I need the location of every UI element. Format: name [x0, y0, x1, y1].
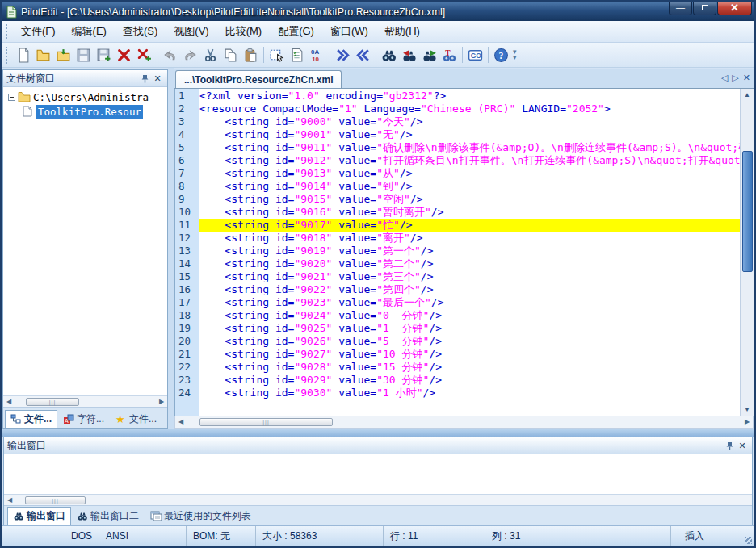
output-content[interactable]	[4, 454, 752, 494]
menu-compare[interactable]: 比较(M)	[217, 22, 271, 41]
find-next-icon[interactable]	[419, 45, 439, 65]
code-line-9[interactable]: <string id="9015" value="空闲"/>	[200, 193, 740, 206]
code-line-5[interactable]: <string id="9011" value="确认删除\n删除该事件(&am…	[200, 141, 740, 154]
menu-search[interactable]: 查找(S)	[115, 22, 166, 41]
code-line-19[interactable]: <string id="9025" value="1 分钟"/>	[200, 322, 740, 335]
menu-file[interactable]: 文件(F)	[13, 22, 64, 41]
open-folder-icon[interactable]	[33, 45, 53, 65]
close-button[interactable]: ✕	[717, 0, 752, 15]
tree-node-label[interactable]: C:\Users\Administra	[33, 91, 149, 103]
toolbar-overflow-icon[interactable]: ▾▾	[513, 49, 521, 61]
code-line-17[interactable]: <string id="9023" value="最后一个"/>	[200, 296, 740, 309]
hscroll-thumb[interactable]	[25, 496, 86, 504]
hscroll-thumb[interactable]	[26, 398, 79, 406]
horizontal-splitter[interactable]	[2, 429, 754, 437]
save-icon[interactable]	[74, 45, 94, 65]
code-line-3[interactable]: <string id="9000" value="今天"/>	[200, 115, 740, 128]
code-line-18[interactable]: <string id="9024" value="0 分钟"/>	[200, 309, 740, 322]
tab-scroll-right-icon[interactable]: ▷	[732, 73, 738, 82]
output-hscrollbar[interactable]: ◀	[4, 494, 752, 505]
tab-scroll-left-icon[interactable]: ◁	[721, 73, 728, 82]
help-icon[interactable]: ?	[491, 45, 511, 65]
menu-edit[interactable]: 编辑(E)	[64, 22, 115, 41]
scroll-down-icon[interactable]: ▼	[741, 404, 754, 416]
code-line-11-current[interactable]: <string id="9017" value="忙"/>	[200, 219, 740, 232]
scroll-right-icon[interactable]: ▶	[156, 397, 167, 407]
vertical-splitter[interactable]	[168, 68, 174, 429]
code-line-7[interactable]: <string id="9013" value="从"/>	[200, 167, 740, 180]
scroll-right-icon[interactable]: ▶	[741, 417, 753, 427]
maximize-button[interactable]	[693, 0, 716, 15]
code-line-20[interactable]: <string id="9026" value="5 分钟"/>	[200, 335, 740, 348]
open-folder-plus-icon[interactable]	[53, 45, 74, 65]
tab-output-window[interactable]: 输出窗口	[7, 507, 71, 525]
tree-node-folder[interactable]: C:\Users\Administra	[3, 90, 167, 104]
scroll-left-icon[interactable]: ◀	[175, 417, 187, 427]
pin-icon[interactable]	[723, 440, 736, 452]
scroll-left-icon[interactable]: ◀	[3, 397, 15, 407]
file-tree-hscrollbar[interactable]: ◀ ▶	[3, 395, 167, 407]
copy-icon[interactable]	[220, 45, 241, 65]
find-previous-icon[interactable]	[399, 45, 419, 65]
title-bar[interactable]: PilotEdit - [C:\Users\Administrator\Desk…	[2, 2, 754, 21]
code-line-24[interactable]: <string id="9030" value="1 小时"/>	[200, 387, 740, 399]
tab-file-tree[interactable]: 文件...	[5, 410, 57, 428]
resize-grip[interactable]	[741, 526, 754, 546]
code-line-21[interactable]: <string id="9027" value="10 分钟"/>	[200, 348, 740, 361]
editor-vscrollbar[interactable]: ▲ ▼	[740, 89, 754, 416]
column-select-icon[interactable]	[267, 45, 287, 65]
code-line-2[interactable]: <resource CompactMode="1" Language="Chin…	[200, 102, 740, 115]
editor-hscrollbar[interactable]: ◀ ▶	[174, 416, 754, 429]
tab-recent-file-list[interactable]: 最近使用的文件列表	[145, 507, 257, 525]
close-panel-icon[interactable]: ✕	[151, 73, 164, 85]
status-line: 行 : 11	[384, 526, 485, 546]
menu-view[interactable]: 视图(V)	[166, 22, 216, 41]
save-as-icon[interactable]	[94, 45, 114, 65]
tab-close-icon[interactable]: ✕	[743, 73, 750, 82]
tab-output-window-2[interactable]: 输出窗口二	[71, 507, 145, 525]
code-line-10[interactable]: <string id="9016" value="暂时离开"/>	[200, 206, 740, 219]
menu-window[interactable]: 窗口(W)	[322, 22, 376, 41]
code-line-14[interactable]: <string id="9020" value="第二个"/>	[200, 257, 740, 270]
close-file-icon[interactable]	[114, 45, 134, 65]
menu-config[interactable]: 配置(G)	[270, 22, 322, 41]
code-line-1[interactable]: <?xml version="1.0" encoding="gb2312"?>	[200, 90, 740, 102]
collapse-icon[interactable]	[8, 94, 15, 101]
hscroll-thumb[interactable]	[200, 418, 333, 426]
code-line-8[interactable]: <string id="9014" value="到"/>	[200, 180, 740, 193]
vscroll-thumb[interactable]	[742, 151, 753, 272]
code-line-16[interactable]: <string id="9022" value="第四个"/>	[200, 283, 740, 296]
find-icon[interactable]	[379, 45, 399, 65]
next-chevrons-icon[interactable]	[333, 45, 353, 65]
document-tab[interactable]: ...\ToolkitPro.ResourceZhCn.xml	[175, 70, 342, 88]
code-line-6[interactable]: <string id="9012" value="打开循环条目\n打开事件。\n…	[200, 154, 740, 167]
code-lines[interactable]: <?xml version="1.0" encoding="gb2312"?><…	[200, 89, 740, 416]
menu-help[interactable]: 帮助(H)	[376, 22, 428, 41]
goto-icon[interactable]: GO	[465, 45, 485, 65]
code-line-13[interactable]: <string id="9019" value="第一个"/>	[200, 245, 740, 257]
paste-icon[interactable]	[241, 45, 261, 65]
minimize-button[interactable]: —	[669, 0, 692, 15]
pin-icon[interactable]	[138, 73, 151, 85]
tree-node-file[interactable]: ToolkitPro.Resour	[3, 104, 167, 119]
tree-node-label-selected[interactable]: ToolkitPro.Resour	[36, 105, 143, 119]
code-line-12[interactable]: <string id="9018" value="离开"/>	[200, 232, 740, 245]
code-line-23[interactable]: <string id="9029" value="30 分钟"/>	[200, 374, 740, 387]
find-in-files-icon[interactable]: T	[439, 45, 460, 65]
prev-chevrons-icon[interactable]	[353, 45, 373, 65]
undo-icon[interactable]	[160, 45, 180, 65]
redo-icon[interactable]	[180, 45, 200, 65]
code-line-15[interactable]: <string id="9021" value="第三个"/>	[200, 270, 740, 283]
code-line-22[interactable]: <string id="9028" value="15 分钟"/>	[200, 361, 740, 374]
close-panel-icon[interactable]: ✕	[736, 440, 749, 452]
tab-char-window[interactable]: A字符...	[57, 410, 110, 428]
new-file-icon[interactable]	[13, 45, 33, 65]
hex-mode-icon[interactable]: 0A10	[307, 45, 327, 65]
cut-icon[interactable]	[200, 45, 220, 65]
edit-properties-icon[interactable]	[287, 45, 307, 65]
tab-file-favorites[interactable]: ★文件...	[110, 410, 162, 428]
scroll-up-icon[interactable]: ▲	[741, 89, 754, 101]
scroll-left-icon[interactable]: ◀	[4, 496, 15, 505]
code-line-4[interactable]: <string id="9001" value="无"/>	[200, 128, 740, 141]
close-all-files-icon[interactable]	[134, 45, 154, 65]
